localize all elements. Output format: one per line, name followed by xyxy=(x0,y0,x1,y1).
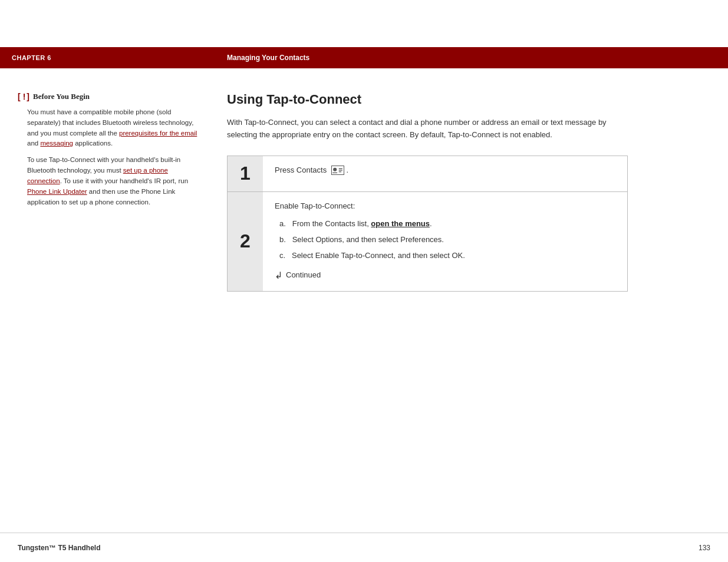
para2-mid: . To use it with your handheld's IR port… xyxy=(60,177,188,184)
step-number-2: 2 xyxy=(228,192,263,292)
svg-rect-1 xyxy=(333,168,337,171)
step-2-sub-b: b. Select Options, and then select Prefe… xyxy=(279,234,615,246)
footer-page-number: 133 xyxy=(699,544,710,552)
footer-device-label: Handheld xyxy=(68,544,101,552)
open-menus-link[interactable]: open the menus xyxy=(371,219,430,228)
sidebar: [ ! ] Before You Begin You must have a c… xyxy=(0,68,215,533)
chapter-label: CHAPTER 6 xyxy=(12,54,227,61)
step-row-1: 1 Press Contacts . xyxy=(228,156,627,192)
bracket-open-icon: [ xyxy=(18,92,21,101)
sub-a-text-before: From the Contacts list, xyxy=(292,219,371,228)
sidebar-para-1: You must have a compatible mobile phone … xyxy=(27,107,203,149)
step-2-title: Enable Tap-to-Connect: xyxy=(275,200,615,213)
chapter-title: Managing Your Contacts xyxy=(227,54,309,62)
para1-end: applications. xyxy=(73,140,113,147)
prerequisites-email-link[interactable]: prerequisites for the email xyxy=(119,130,197,137)
para1-and: and xyxy=(27,140,40,147)
contacts-icon xyxy=(331,164,344,177)
step-1-content: Press Contacts . xyxy=(263,156,627,191)
sub-a-period: . xyxy=(430,219,432,228)
sub-c-letter: c. xyxy=(279,251,289,260)
step-2-sub-a: a. From the Contacts list, open the menu… xyxy=(279,218,615,230)
continued-line: ↲ Continued xyxy=(275,268,615,283)
footer: Tungsten™ T5 Handheld 133 xyxy=(0,533,728,562)
phone-link-updater-link[interactable]: Phone Link Updater xyxy=(27,188,87,195)
header-bar: CHAPTER 6 Managing Your Contacts xyxy=(0,47,728,68)
sidebar-para-2: To use Tap-to-Connect with your handheld… xyxy=(27,155,203,207)
main-content: Using Tap-to-Connect With Tap-to-Connect… xyxy=(215,68,728,533)
continued-text: Continued xyxy=(286,269,321,282)
sidebar-paragraph-1: You must have a compatible mobile phone … xyxy=(27,107,203,207)
sub-a-letter: a. xyxy=(279,219,290,228)
bracket-close-icon: ] xyxy=(27,92,29,101)
content-area: [ ! ] Before You Begin You must have a c… xyxy=(0,68,728,533)
steps-table: 1 Press Contacts . xyxy=(227,156,628,292)
step-1-period: . xyxy=(346,166,348,174)
section-title: Using Tap-to-Connect xyxy=(227,92,693,107)
step-1-text: Press Contacts xyxy=(275,166,329,174)
step-2-sub-c: c. Select Enable Tap-to-Connect, and the… xyxy=(279,250,615,262)
sub-b-text: Select Options, and then select Preferen… xyxy=(292,235,444,244)
step-row-2: 2 Enable Tap-to-Connect: a. From the Con… xyxy=(228,192,627,292)
step-number-1: 1 xyxy=(228,156,263,191)
exclamation-icon: ! xyxy=(23,92,26,101)
section-intro: With Tap-to-Connect, you can select a co… xyxy=(227,117,616,141)
footer-brand: Tungsten™ T5 Handheld xyxy=(18,544,100,552)
note-header: [ ! ] Before You Begin xyxy=(18,92,203,101)
continued-arrow-icon: ↲ xyxy=(275,268,282,283)
sub-c-text: Select Enable Tap-to-Connect, and then s… xyxy=(292,251,465,260)
messaging-link[interactable]: messaging xyxy=(40,140,73,147)
sub-b-letter: b. xyxy=(279,235,290,244)
note-title: Before You Begin xyxy=(33,92,90,101)
footer-brand-name: Tungsten™ T5 xyxy=(18,544,66,552)
step-2-content: Enable Tap-to-Connect: a. From the Conta… xyxy=(263,192,627,292)
